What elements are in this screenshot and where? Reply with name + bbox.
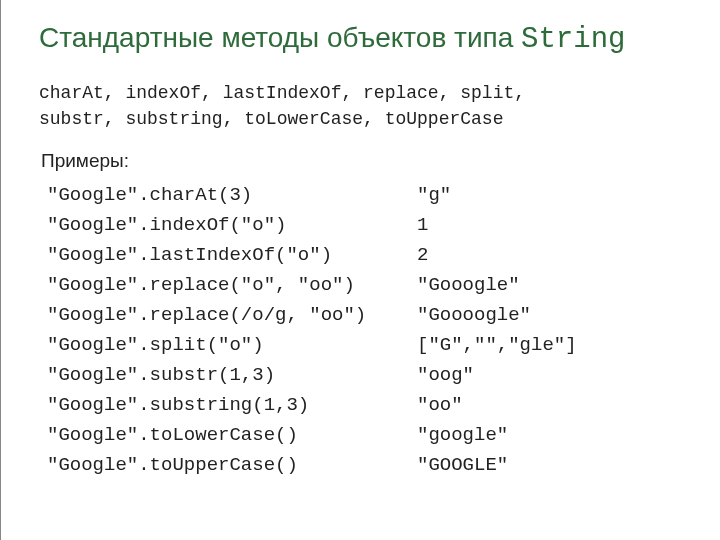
- slide-title: Стандартные методы объектов типа String: [39, 20, 682, 58]
- table-row: "Google".replace(/o/g, "oo") "Goooogle": [47, 304, 682, 326]
- example-expression: "Google".indexOf("o"): [47, 214, 417, 236]
- example-expression: "Google".toLowerCase(): [47, 424, 417, 446]
- example-expression: "Google".replace("o", "oo"): [47, 274, 417, 296]
- example-result: "google": [417, 424, 682, 446]
- method-list-line-2: substr, substring, toLowerCase, toUpperC…: [39, 106, 682, 132]
- example-expression: "Google".lastIndexOf("o"): [47, 244, 417, 266]
- table-row: "Google".charAt(3) "g": [47, 184, 682, 206]
- table-row: "Google".substr(1,3) "oog": [47, 364, 682, 386]
- table-row: "Google".lastIndexOf("o") 2: [47, 244, 682, 266]
- example-result: 2: [417, 244, 682, 266]
- method-list-line-1: charAt, indexOf, lastIndexOf, replace, s…: [39, 80, 682, 106]
- example-result: 1: [417, 214, 682, 236]
- example-expression: "Google".toUpperCase(): [47, 454, 417, 476]
- title-text: Стандартные методы объектов типа: [39, 22, 521, 53]
- table-row: "Google".split("o") ["G","","gle"]: [47, 334, 682, 356]
- example-result: "oo": [417, 394, 682, 416]
- example-expression: "Google".split("o"): [47, 334, 417, 356]
- example-result: "g": [417, 184, 682, 206]
- example-expression: "Google".charAt(3): [47, 184, 417, 206]
- example-result: "Goooogle": [417, 304, 682, 326]
- example-expression: "Google".substring(1,3): [47, 394, 417, 416]
- examples-table: "Google".charAt(3) "g" "Google".indexOf(…: [47, 184, 682, 476]
- example-expression: "Google".replace(/o/g, "oo"): [47, 304, 417, 326]
- method-list: charAt, indexOf, lastIndexOf, replace, s…: [39, 80, 682, 132]
- table-row: "Google".substring(1,3) "oo": [47, 394, 682, 416]
- example-expression: "Google".substr(1,3): [47, 364, 417, 386]
- examples-label: Примеры:: [41, 150, 682, 172]
- example-result: "GOOGLE": [417, 454, 682, 476]
- example-result: ["G","","gle"]: [417, 334, 682, 356]
- title-code: String: [521, 23, 625, 56]
- table-row: "Google".toLowerCase() "google": [47, 424, 682, 446]
- example-result: "Gooogle": [417, 274, 682, 296]
- slide: Стандартные методы объектов типа String …: [0, 0, 720, 540]
- table-row: "Google".toUpperCase() "GOOGLE": [47, 454, 682, 476]
- example-result: "oog": [417, 364, 682, 386]
- table-row: "Google".replace("o", "oo") "Gooogle": [47, 274, 682, 296]
- table-row: "Google".indexOf("o") 1: [47, 214, 682, 236]
